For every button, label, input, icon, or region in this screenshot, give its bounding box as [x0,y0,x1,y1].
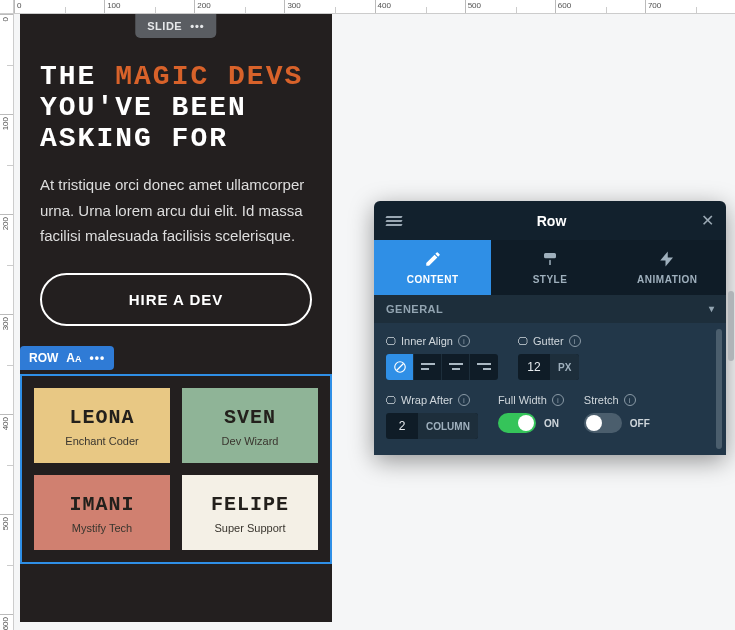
align-left-button[interactable] [414,354,442,380]
inspector-panel[interactable]: Row ✕ CONTENT STYLE ANIMATION GENERAL ▾ [374,201,726,455]
screen-icon: 🖵 [518,336,528,347]
panel-title: Row [402,213,701,229]
slide-badge-label: SLIDE [147,20,182,32]
full-width-toggle[interactable]: ON [498,413,559,433]
ctrl-gutter: 🖵 Gutter i 12 PX [518,335,581,380]
panel-tabs: CONTENT STYLE ANIMATION [374,240,726,295]
ruler-horizontal: 0 100 200 300 400 500 600 700 [14,0,735,14]
more-icon[interactable]: ••• [190,20,205,32]
section-general[interactable]: GENERAL ▾ [374,295,726,323]
info-icon[interactable]: i [458,335,470,347]
ruler-vertical: 0 100 200 300 400 500 600 [0,14,14,630]
cta-button[interactable]: HIRE A DEV [40,273,312,326]
card-felipe[interactable]: FELIPE Super Support [182,475,318,550]
info-icon[interactable]: i [569,335,581,347]
card-sven[interactable]: SVEN Dev Wizard [182,388,318,463]
screen-icon: 🖵 [386,336,396,347]
row-toolbar-label: ROW [29,351,58,365]
info-icon[interactable]: i [458,394,470,406]
tab-style[interactable]: STYLE [491,240,608,295]
svg-line-1 [396,364,403,371]
pencil-icon [423,250,443,268]
text-style-icon[interactable]: AA [66,351,81,365]
align-center-icon [449,361,463,373]
paint-roller-icon [540,250,560,268]
slide[interactable]: SLIDE ••• THE MAGIC DEVS YOU'VE BEEN ASK… [20,14,332,622]
close-icon[interactable]: ✕ [701,211,714,230]
chevron-down-icon: ▾ [709,303,715,314]
card-grid: LEONA Enchant Coder SVEN Dev Wizard IMAN… [22,376,330,562]
switch-on [498,413,536,433]
slide-badge[interactable]: SLIDE ••• [135,14,216,38]
wrap-after-input[interactable]: 2 COLUMN [386,413,478,439]
switch-off [584,413,622,433]
none-icon [393,360,407,374]
panel-header[interactable]: Row ✕ [374,201,726,240]
align-right-icon [477,361,491,373]
bolt-icon [657,250,677,268]
align-left-icon [421,361,435,373]
card-imani[interactable]: IMANI Mystify Tech [34,475,170,550]
gutter-input[interactable]: 12 PX [518,354,579,380]
controls-body: 🖵 Inner Align i 🖵 [374,323,726,455]
canvas[interactable]: SLIDE ••• THE MAGIC DEVS YOU'VE BEEN ASK… [14,14,735,630]
layers-icon[interactable] [386,216,402,226]
ruler-corner [0,0,14,14]
tab-content[interactable]: CONTENT [374,240,491,295]
body-text[interactable]: At tristique orci donec amet ullamcorper… [40,172,312,249]
info-icon[interactable]: i [624,394,636,406]
align-center-button[interactable] [442,354,470,380]
info-icon[interactable]: i [552,394,564,406]
more-icon[interactable]: ••• [90,352,106,364]
row-selection[interactable]: ROW AA ••• LEONA Enchant Coder SVEN Dev … [20,374,332,564]
ctrl-inner-align: 🖵 Inner Align i [386,335,498,380]
inner-align-segment [386,354,498,380]
screen-icon: 🖵 [386,395,396,406]
tab-animation[interactable]: ANIMATION [609,240,726,295]
align-right-button[interactable] [470,354,498,380]
ctrl-stretch: Stretch i OFF [584,394,650,439]
card-leona[interactable]: LEONA Enchant Coder [34,388,170,463]
scrollbar[interactable] [728,291,734,361]
row-toolbar[interactable]: ROW AA ••• [20,346,114,370]
headline[interactable]: THE MAGIC DEVS YOU'VE BEEN ASKING FOR [40,62,312,154]
ctrl-full-width: Full Width i ON [498,394,564,439]
ctrl-wrap-after: 🖵 Wrap After i 2 COLUMN [386,394,478,439]
stretch-toggle[interactable]: OFF [584,413,650,433]
align-none-button[interactable] [386,354,414,380]
